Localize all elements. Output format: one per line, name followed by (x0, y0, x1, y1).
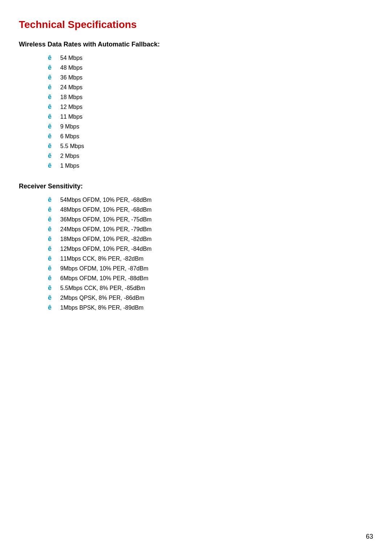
item-text: 54Mbps OFDM, 10% PER, -68dBm (60, 197, 152, 203)
bullet-icon: ê (48, 152, 55, 160)
item-text: 12Mbps OFDM, 10% PER, -84dBm (60, 246, 152, 252)
item-text: 6 Mbps (60, 133, 79, 140)
item-text: 5.5Mbps CCK, 8% PER, -85dBm (60, 285, 145, 291)
bullet-icon: ê (48, 284, 55, 292)
page-container: Technical Specifications Wireless Data R… (0, 0, 392, 346)
item-text: 2 Mbps (60, 153, 79, 159)
list-item: ê36Mbps OFDM, 10% PER, -75dBm (48, 216, 373, 223)
bullet-icon: ê (48, 54, 55, 62)
bullet-icon: ê (48, 123, 55, 130)
bullet-icon: ê (48, 274, 55, 282)
list-item: ê5.5 Mbps (48, 142, 373, 150)
bullet-icon: ê (48, 142, 55, 150)
list-item: ê6 Mbps (48, 132, 373, 140)
item-text: 24Mbps OFDM, 10% PER, -79dBm (60, 226, 152, 233)
bullet-icon: ê (48, 294, 55, 302)
item-text: 11 Mbps (60, 114, 82, 120)
item-text: 11Mbps CCK, 8% PER, -82dBm (60, 256, 143, 262)
bullet-icon: ê (48, 162, 55, 170)
bullet-icon: ê (48, 196, 55, 204)
bullet-icon: ê (48, 83, 55, 91)
section-receiver-sensitivity: Receiver Sensitivity: ê54Mbps OFDM, 10% … (19, 183, 373, 311)
page-number: 63 (366, 533, 373, 540)
wireless-data-rates-list: ê54 Mbpsê48 Mbpsê36 Mbpsê24 Mbpsê18 Mbps… (48, 54, 373, 170)
list-item: ê11Mbps CCK, 8% PER, -82dBm (48, 255, 373, 262)
section-heading-receiver: Receiver Sensitivity: (19, 183, 373, 190)
list-item: ê11 Mbps (48, 113, 373, 121)
item-text: 1 Mbps (60, 163, 79, 169)
list-item: ê6Mbps OFDM, 10% PER, -88dBm (48, 274, 373, 282)
bullet-icon: ê (48, 255, 55, 262)
list-item: ê1 Mbps (48, 162, 373, 170)
item-text: 12 Mbps (60, 104, 82, 110)
item-text: 36Mbps OFDM, 10% PER, -75dBm (60, 216, 152, 223)
list-item: ê9 Mbps (48, 123, 373, 130)
bullet-icon: ê (48, 132, 55, 140)
list-item: ê24Mbps OFDM, 10% PER, -79dBm (48, 225, 373, 233)
item-text: 54 Mbps (60, 55, 82, 61)
section-heading-wireless: Wireless Data Rates with Automatic Fallb… (19, 41, 373, 48)
bullet-icon: ê (48, 113, 55, 121)
section-wireless-data-rates: Wireless Data Rates with Automatic Fallb… (19, 41, 373, 170)
bullet-icon: ê (48, 265, 55, 272)
list-item: ê5.5Mbps CCK, 8% PER, -85dBm (48, 284, 373, 292)
bullet-icon: ê (48, 245, 55, 253)
item-text: 24 Mbps (60, 84, 82, 91)
item-text: 2Mbps QPSK, 8% PER, -86dBm (60, 295, 144, 301)
item-text: 9Mbps OFDM, 10% PER, -87dBm (60, 265, 148, 272)
list-item: ê1Mbps BPSK, 8% PER, -89dBm (48, 304, 373, 311)
page-title: Technical Specifications (19, 19, 373, 30)
item-text: 1Mbps BPSK, 8% PER, -89dBm (60, 305, 143, 311)
list-item: ê12 Mbps (48, 103, 373, 111)
bullet-icon: ê (48, 93, 55, 101)
list-item: ê54Mbps OFDM, 10% PER, -68dBm (48, 196, 373, 204)
list-item: ê48 Mbps (48, 64, 373, 72)
item-text: 36 Mbps (60, 74, 82, 81)
receiver-sensitivity-list: ê54Mbps OFDM, 10% PER, -68dBmê48Mbps OFD… (48, 196, 373, 311)
item-text: 9 Mbps (60, 123, 79, 130)
list-item: ê48Mbps OFDM, 10% PER, -68dBm (48, 206, 373, 213)
item-text: 48 Mbps (60, 65, 82, 71)
bullet-icon: ê (48, 304, 55, 311)
item-text: 48Mbps OFDM, 10% PER, -68dBm (60, 207, 152, 213)
bullet-icon: ê (48, 225, 55, 233)
bullet-icon: ê (48, 74, 55, 81)
item-text: 6Mbps OFDM, 10% PER, -88dBm (60, 275, 148, 282)
bullet-icon: ê (48, 103, 55, 111)
list-item: ê9Mbps OFDM, 10% PER, -87dBm (48, 265, 373, 272)
list-item: ê18Mbps OFDM, 10% PER, -82dBm (48, 235, 373, 243)
item-text: 18Mbps OFDM, 10% PER, -82dBm (60, 236, 152, 242)
bullet-icon: ê (48, 64, 55, 72)
list-item: ê2Mbps QPSK, 8% PER, -86dBm (48, 294, 373, 302)
bullet-icon: ê (48, 206, 55, 213)
bullet-icon: ê (48, 216, 55, 223)
item-text: 5.5 Mbps (60, 143, 84, 150)
list-item: ê2 Mbps (48, 152, 373, 160)
list-item: ê24 Mbps (48, 83, 373, 91)
list-item: ê36 Mbps (48, 74, 373, 81)
list-item: ê54 Mbps (48, 54, 373, 62)
list-item: ê18 Mbps (48, 93, 373, 101)
bullet-icon: ê (48, 235, 55, 243)
list-item: ê12Mbps OFDM, 10% PER, -84dBm (48, 245, 373, 253)
item-text: 18 Mbps (60, 94, 82, 101)
